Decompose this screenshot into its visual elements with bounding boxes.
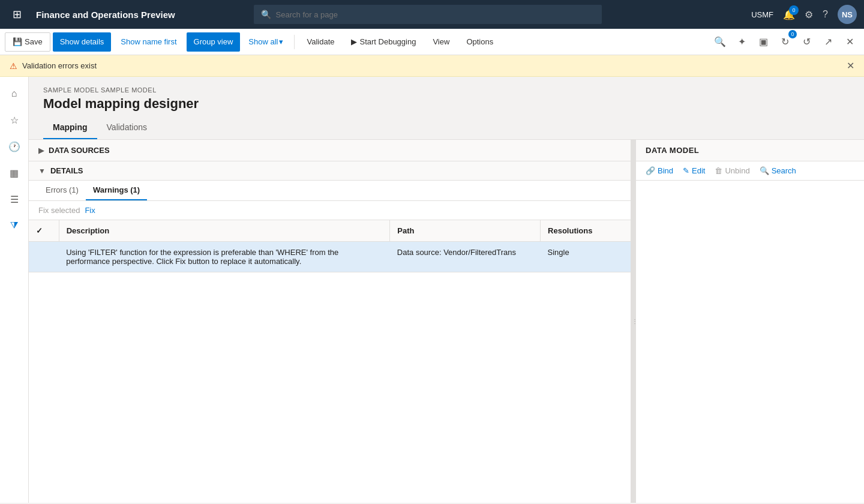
chevron-down-icon: ▾ (279, 37, 283, 46)
content-tabs: Mapping Validations (29, 116, 864, 140)
show-name-first-button[interactable]: Show name first (113, 32, 184, 52)
row-path: Data source: Vendor/FilteredTrans (390, 242, 541, 272)
refresh-button[interactable]: ↻ 0 (775, 32, 794, 52)
options-button[interactable]: Options (459, 32, 500, 52)
tab-mapping[interactable]: Mapping (43, 116, 97, 139)
view-button[interactable]: View (425, 32, 457, 52)
avatar[interactable]: NS (838, 5, 857, 24)
search-data-model-button[interactable]: 🔍 Search (760, 166, 796, 175)
notification-badge: 0 (789, 5, 799, 15)
details-section: ▼ DETAILS Errors (1) Warnings (1) Fix se… (29, 161, 631, 503)
tab-validations[interactable]: Validations (97, 116, 157, 139)
col-path: Path (390, 220, 541, 242)
top-right-actions: USMF 🔔 0 ⚙ ? NS (751, 5, 857, 24)
toolbar: 💾 Save Show details Show name first Grou… (0, 29, 864, 55)
toolbar-separator-1 (294, 35, 295, 49)
unbind-button: 🗑 Unbind (715, 166, 749, 175)
help-button[interactable]: ? (823, 9, 828, 20)
global-search-bar: 🔍 (254, 5, 602, 24)
warnings-table-container: ✓ Description Path Resolutions Using 'FI… (29, 220, 631, 503)
expand-datasources-icon[interactable]: ▶ (38, 146, 44, 155)
left-panel: ▶ DATA SOURCES ▼ DETAILS Errors (1) Warn… (29, 140, 632, 503)
row-check (29, 242, 59, 272)
environment-label: USMF (751, 10, 773, 19)
page-header: SAMPLE MODEL SAMPLE MODEL Model mapping … (29, 77, 864, 116)
main-layout: ⌂ ☆ 🕐 ▦ ☰ ⧩ SAMPLE MODEL SAMPLE MODEL Mo… (0, 77, 864, 503)
bind-button[interactable]: 🔗 Bind (646, 166, 673, 175)
data-sources-label: DATA SOURCES (49, 146, 110, 155)
link-icon: 🔗 (646, 166, 655, 175)
layout-button[interactable]: ▣ (754, 32, 773, 52)
pin-button[interactable]: ✦ (732, 32, 751, 52)
left-sidebar: ⌂ ☆ 🕐 ▦ ☰ ⧩ (0, 77, 29, 503)
details-actions: Fix selected Fix (29, 201, 631, 220)
warning-icon: ⚠ (10, 61, 17, 71)
right-panel-actions: 🔗 Bind ✎ Edit 🗑 Unbind 🔍 Search (636, 161, 864, 181)
show-all-button[interactable]: Show all ▾ (242, 32, 289, 52)
fix-selected-button: Fix selected (38, 206, 80, 215)
warnings-table: ✓ Description Path Resolutions Using 'FI… (29, 220, 631, 272)
validation-message: Validation errors exist (22, 61, 97, 70)
edit-button[interactable]: ✎ Edit (683, 166, 705, 175)
save-button[interactable]: 💾 Save (5, 32, 50, 52)
row-description: Using 'FILTER' function for the expressi… (59, 242, 390, 272)
validate-button[interactable]: Validate (299, 32, 341, 52)
details-label: DETAILS (50, 166, 83, 175)
open-external-button[interactable]: ↗ (818, 32, 838, 52)
start-debugging-button[interactable]: ▶ Start Debugging (344, 32, 423, 52)
content-area: SAMPLE MODEL SAMPLE MODEL Model mapping … (29, 77, 864, 503)
search-icon: 🔍 (261, 10, 271, 19)
search-input[interactable] (276, 10, 595, 19)
validation-banner: ⚠ Validation errors exist ✕ (0, 55, 864, 77)
sidebar-item-favorites[interactable]: ☆ (2, 108, 26, 132)
row-resolution: Single (541, 242, 631, 272)
trash-icon: 🗑 (715, 166, 722, 175)
search-small-icon: 🔍 (760, 166, 769, 175)
table-row[interactable]: Using 'FILTER' function for the expressi… (29, 242, 631, 272)
sidebar-item-filter[interactable]: ⧩ (2, 214, 26, 238)
save-disk-icon: 💾 (13, 37, 22, 46)
breadcrumb: SAMPLE MODEL SAMPLE MODEL (43, 86, 850, 94)
show-details-button[interactable]: Show details (53, 32, 112, 52)
sidebar-item-recent[interactable]: 🕐 (2, 134, 26, 158)
top-navigation: ⊞ Finance and Operations Preview 🔍 USMF … (0, 0, 864, 29)
details-tabs: Errors (1) Warnings (1) (29, 181, 631, 201)
right-panel: DATA MODEL 🔗 Bind ✎ Edit 🗑 Unbind (636, 140, 864, 503)
col-description: Description (59, 220, 390, 242)
tab-errors[interactable]: Errors (1) (38, 181, 86, 200)
notifications-button[interactable]: 🔔 0 (783, 9, 795, 20)
page-title: Model mapping designer (43, 96, 850, 112)
dismiss-validation-button[interactable]: ✕ (847, 60, 854, 71)
data-sources-header: ▶ DATA SOURCES (29, 140, 631, 161)
close-button[interactable]: ✕ (840, 32, 859, 52)
details-header: ▼ DETAILS (29, 161, 631, 181)
collapse-details-icon[interactable]: ▼ (38, 167, 46, 175)
app-title: Finance and Operations Preview (36, 10, 175, 20)
reload-button[interactable]: ↺ (797, 32, 816, 52)
col-resolutions: Resolutions (541, 220, 631, 242)
debug-icon: ▶ (351, 37, 357, 46)
right-panel-header: DATA MODEL (636, 140, 864, 161)
group-view-button[interactable]: Group view (187, 32, 241, 52)
sidebar-item-workspaces[interactable]: ▦ (2, 161, 26, 185)
settings-button[interactable]: ⚙ (805, 9, 813, 20)
update-badge: 0 (788, 30, 797, 38)
app-grid-icon[interactable]: ⊞ (7, 5, 26, 24)
sidebar-item-modules[interactable]: ☰ (2, 187, 26, 211)
fix-button[interactable]: Fix (85, 206, 95, 215)
split-panel: ▶ DATA SOURCES ▼ DETAILS Errors (1) Warn… (29, 140, 864, 503)
table-header-row: ✓ Description Path Resolutions (29, 220, 631, 242)
sidebar-item-home[interactable]: ⌂ (2, 82, 26, 106)
edit-icon: ✎ (683, 166, 689, 175)
col-check: ✓ (29, 220, 59, 242)
search-toolbar-button[interactable]: 🔍 (710, 32, 730, 52)
tab-warnings[interactable]: Warnings (1) (86, 181, 147, 200)
